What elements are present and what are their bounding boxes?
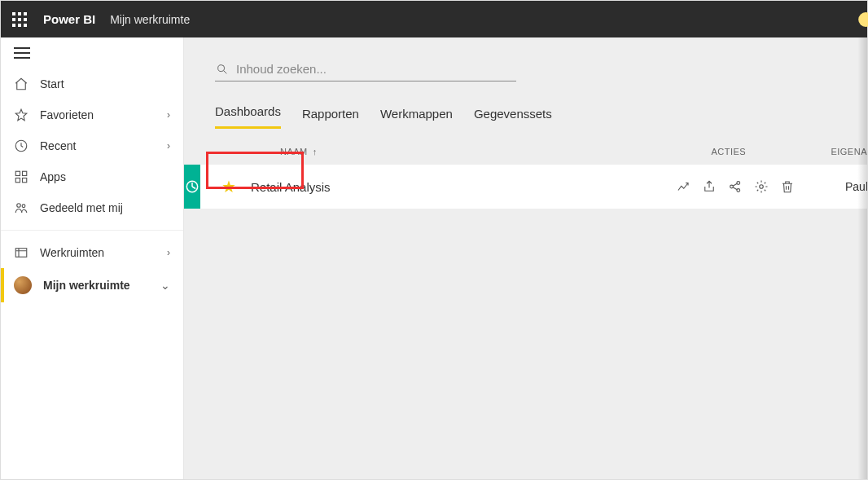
sidebar: Start Favorieten › Recent › bbox=[1, 37, 184, 479]
sidebar-item-label: Start bbox=[40, 77, 64, 90]
workspaces-icon bbox=[14, 245, 28, 260]
svg-point-12 bbox=[737, 189, 740, 192]
breadcrumb[interactable]: Mijn werkruimte bbox=[110, 13, 190, 26]
svg-point-8 bbox=[218, 64, 225, 71]
item-owner: Paul Inb bbox=[845, 180, 867, 193]
chevron-right-icon: › bbox=[167, 140, 170, 152]
sidebar-item-my-workspace[interactable]: Mijn werkruimte ⌄ bbox=[1, 268, 183, 302]
chevron-down-icon: ⌄ bbox=[160, 279, 170, 292]
sidebar-item-label: Werkruimten bbox=[40, 246, 104, 259]
svg-point-6 bbox=[22, 205, 25, 208]
brand-title: Power BI bbox=[43, 12, 95, 26]
profile-avatar[interactable] bbox=[858, 12, 868, 27]
shared-icon bbox=[14, 200, 28, 215]
list-header: NAAM ↑ ACTIES EIGENA bbox=[184, 147, 867, 165]
content-tabs: Dashboards Rapporten Werkmappen Gegevens… bbox=[215, 104, 867, 129]
star-outline-icon bbox=[14, 108, 28, 122]
apps-icon bbox=[14, 170, 28, 184]
svg-rect-7 bbox=[15, 249, 27, 258]
svg-rect-3 bbox=[15, 178, 20, 183]
sidebar-item-label: Apps bbox=[40, 170, 66, 183]
app-launcher-icon[interactable] bbox=[12, 12, 27, 27]
sidebar-item-recent[interactable]: Recent › bbox=[1, 130, 183, 161]
table-row[interactable]: ★ Retail Analysis bbox=[184, 165, 867, 209]
top-bar: Power BI Mijn werkruimte bbox=[1, 1, 867, 37]
column-label: NAAM bbox=[280, 147, 308, 156]
sidebar-item-apps[interactable]: Apps bbox=[1, 161, 183, 192]
search-field[interactable] bbox=[215, 59, 516, 81]
sidebar-item-favorieten[interactable]: Favorieten › bbox=[1, 99, 183, 130]
sort-asc-icon: ↑ bbox=[313, 147, 318, 156]
svg-point-13 bbox=[760, 185, 764, 189]
share-link-icon[interactable] bbox=[726, 179, 744, 194]
tab-gegevenssets[interactable]: Gegevenssets bbox=[474, 107, 552, 129]
svg-rect-2 bbox=[23, 171, 27, 175]
row-actions bbox=[674, 179, 796, 194]
sidebar-item-label: Gedeeld met mij bbox=[40, 201, 123, 214]
item-name[interactable]: Retail Analysis bbox=[251, 180, 674, 194]
sidebar-item-label: Favorieten bbox=[40, 108, 94, 121]
sidebar-item-label: Mijn werkruimte bbox=[43, 279, 130, 292]
sidebar-item-workspaces[interactable]: Werkruimten › bbox=[1, 237, 183, 268]
home-icon bbox=[14, 77, 28, 91]
sidebar-item-shared[interactable]: Gedeeld met mij bbox=[1, 192, 183, 223]
search-input[interactable] bbox=[230, 59, 516, 79]
column-header-owner: EIGENA bbox=[831, 147, 867, 156]
main-content: Dashboards Rapporten Werkmappen Gegevens… bbox=[184, 37, 867, 479]
svg-point-10 bbox=[730, 185, 734, 188]
sidebar-item-start[interactable]: Start bbox=[1, 68, 183, 99]
svg-point-5 bbox=[17, 204, 21, 208]
tab-werkmappen[interactable]: Werkmappen bbox=[380, 107, 453, 129]
column-header-name[interactable]: NAAM ↑ bbox=[280, 147, 711, 156]
favorite-star-icon[interactable]: ★ bbox=[221, 177, 236, 196]
sidebar-item-label: Recent bbox=[40, 139, 76, 152]
sidebar-toggle[interactable] bbox=[1, 37, 183, 68]
chevron-right-icon: › bbox=[167, 247, 170, 258]
search-icon bbox=[215, 62, 230, 77]
chevron-right-icon: › bbox=[167, 109, 170, 121]
clock-icon bbox=[14, 139, 28, 153]
share-out-icon[interactable] bbox=[700, 179, 718, 194]
svg-rect-4 bbox=[23, 178, 27, 183]
tab-rapporten[interactable]: Rapporten bbox=[302, 107, 359, 129]
delete-icon[interactable] bbox=[778, 179, 796, 194]
dashboard-type-icon bbox=[184, 165, 200, 209]
workspace-avatar-icon bbox=[14, 276, 32, 294]
svg-point-11 bbox=[737, 182, 740, 185]
settings-icon[interactable] bbox=[752, 179, 770, 194]
svg-rect-1 bbox=[15, 171, 20, 175]
sidebar-separator bbox=[1, 230, 183, 231]
metrics-icon[interactable] bbox=[674, 179, 692, 194]
column-header-actions: ACTIES bbox=[711, 147, 831, 156]
tab-dashboards[interactable]: Dashboards bbox=[215, 104, 281, 129]
